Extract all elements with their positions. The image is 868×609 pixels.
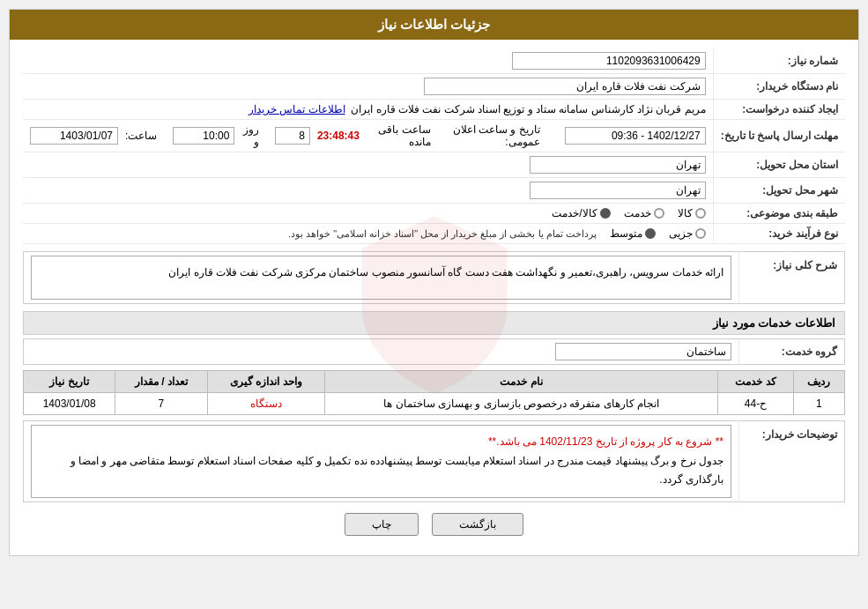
creator-row: ایجاد کننده درخواست: مریم قربان نژاد کار… [23,100,845,120]
cell-unit: دستگاه [207,393,325,415]
cell-row-num: 1 [793,393,844,415]
date-field: 1403/01/07 [30,127,118,145]
note-line2: جدول نرخ و برگ پیشنهاد قیمت مندرج در اسن… [39,452,723,490]
creator-contact-link[interactable]: اطلاعات تماس خریدار [249,103,345,115]
radio-jozi-label: جزیی [669,227,693,240]
radio-khedmat-circle[interactable] [654,208,664,219]
services-table-header: ردیف کد خدمت نام خدمت واحد اندازه گیری ت… [24,371,845,393]
service-group-row: گروه خدمت: ساختمان [24,339,845,365]
service-group-label: گروه خدمت: [739,339,845,365]
radio-kala-khedmat: کالا/خدمت [552,207,610,219]
buyer-org-row: نام دستگاه خریدار: شرکت نفت فلات قاره ای… [23,74,845,100]
category-radio-group: کالا خدمت کالا/خدمت [30,207,706,219]
buyer-notes-text: ** شروع به کار پروژه از تاریخ 1402/11/23… [31,425,731,498]
note-line1: ** شروع به کار پروژه از تاریخ 1402/11/23… [39,433,723,452]
province-field: تهران [530,156,706,174]
description-value: ارائه خدمات سرویس، راهبری،تعمیر و نگهداش… [24,252,739,304]
process-radio-group: جزیی متوسط پرداخت تمام یا بخشی از مبلغ خ… [30,227,706,240]
button-row: بازگشت چاپ [23,513,845,536]
radio-jozi: جزیی [669,227,706,240]
services-table: ردیف کد خدمت نام خدمت واحد اندازه گیری ت… [23,370,845,415]
cell-service-code: ح-44 [718,393,794,415]
buyer-notes-value: ** شروع به کار پروژه از تاریخ 1402/11/23… [24,421,739,502]
radio-kala-label: کالا [678,207,693,219]
province-label: استان محل تحویل: [713,152,845,178]
request-number-row: شماره نیاز: 1102093631006429 [23,48,845,74]
process-row: نوع فرآیند خرید: جزیی متوسط پرداخت تمام … [23,224,845,244]
deadline-row: مهلت ارسال پاسخ تا تاریخ: 1403/01/07 ساع… [23,120,845,152]
radio-jozi-circle[interactable] [695,228,706,239]
description-section: شرح کلی نیاز: ارائه خدمات سرویس، راهبری،… [23,251,845,304]
content-area: شماره نیاز: 1102093631006429 نام دستگاه … [10,40,858,555]
buyer-notes-section: توضیحات خریدار: ** شروع به کار پروژه از … [23,420,845,502]
remaining-time-value: 23:48:43 [317,130,360,142]
category-row: طبقه بندی موضوعی: کالا خدمت [23,204,845,224]
radio-khedmat-label: خدمت [624,207,651,219]
request-number-field: 1102093631006429 [512,52,706,70]
cell-date: 1403/01/08 [24,393,115,415]
description-main-text: ارائه خدمات سرویس، راهبری،تعمیر و نگهداش… [168,266,723,279]
back-button[interactable]: بازگشت [432,513,523,536]
page-title: جزئیات اطلاعات نیاز [378,17,490,32]
services-section-header: اطلاعات خدمات مورد نیاز [23,311,845,335]
col-row-num: ردیف [793,371,844,393]
request-number-label: شماره نیاز: [713,48,845,74]
city-label: شهر محل تحویل: [713,178,845,204]
radio-kala-khedmat-label: کالا/خدمت [552,207,597,219]
table-row: 1 ح-44 انجام کارهای متفرقه درخصوص بازساز… [24,393,845,415]
buyer-org-field: شرکت نفت فلات قاره ایران [424,78,706,95]
radio-motavasset-label: متوسط [610,227,642,240]
time-field: 10:00 [173,127,234,145]
description-row: شرح کلی نیاز: ارائه خدمات سرویس، راهبری،… [24,252,845,304]
category-value: کالا خدمت کالا/خدمت [23,204,713,224]
announce-label: تاریخ و ساعت اعلان عمومی: [450,123,539,148]
service-group-value: ساختمان [24,339,739,365]
request-number-value: 1102093631006429 [23,48,713,74]
process-note: پرداخت تمام یا بخشی از مبلغ خریدار از مح… [288,228,597,240]
col-service-code: کد خدمت [718,371,794,393]
announce-field: 1402/12/27 - 09:36 [565,127,706,145]
province-row: استان محل تحویل: تهران [23,152,845,178]
time-label: ساعت: [125,130,157,142]
services-table-body: 1 ح-44 انجام کارهای متفرقه درخصوص بازساز… [24,393,845,415]
remaining-label: ساعت باقی مانده [375,123,431,148]
col-date: تاریخ نیاز [24,371,115,393]
radio-kala-khedmat-circle[interactable] [600,208,611,219]
buyer-org-value: شرکت نفت فلات قاره ایران [23,74,713,100]
creator-label: ایجاد کننده درخواست: [713,100,845,120]
cell-service-name: انجام کارهای متفرقه درخصوص بازسازی و بهس… [325,393,718,415]
col-service-name: نام خدمت [325,371,718,393]
info-table: شماره نیاز: 1102093631006429 نام دستگاه … [23,48,845,244]
deadline-label: مهلت ارسال پاسخ تا تاریخ: [713,120,845,152]
city-field: تهران [530,182,706,199]
radio-kala: کالا [678,207,706,219]
province-value: تهران [23,152,713,178]
cell-quantity: 7 [115,393,207,415]
buyer-notes-label: توضیحات خریدار: [739,421,845,502]
creator-value: مریم قربان نژاد کارشناس سامانه ستاد و تو… [23,100,713,120]
city-row: شهر محل تحویل: تهران [23,178,845,204]
day-field: 8 [275,127,310,145]
day-label: روز و [241,123,259,148]
city-value: تهران [23,178,713,204]
buyer-notes-row: توضیحات خریدار: ** شروع به کار پروژه از … [24,421,845,502]
description-label: شرح کلی نیاز: [739,252,845,304]
process-value: جزیی متوسط پرداخت تمام یا بخشی از مبلغ خ… [23,224,713,244]
page-container: جزئیات اطلاعات نیاز شماره نیاز: 11020936… [9,9,859,556]
category-label: طبقه بندی موضوعی: [713,204,845,224]
service-group-section: گروه خدمت: ساختمان [23,338,845,365]
col-unit: واحد اندازه گیری [207,371,325,393]
buyer-org-label: نام دستگاه خریدار: [713,74,845,100]
page-header: جزئیات اطلاعات نیاز [10,10,858,40]
radio-motavasset-circle[interactable] [645,228,656,239]
service-group-field: ساختمان [555,343,731,360]
radio-motavasset: متوسط [610,227,656,240]
col-quantity: تعداد / مقدار [115,371,207,393]
deadline-value: 1403/01/07 ساعت: 10:00 روز و 8 23:48:43 … [23,120,713,152]
creator-text: مریم قربان نژاد کارشناس سامانه ستاد و تو… [351,103,705,115]
process-label: نوع فرآیند خرید: [713,224,845,244]
radio-khedmat: خدمت [624,207,664,219]
print-button[interactable]: چاپ [345,513,419,536]
radio-kala-circle[interactable] [695,208,706,219]
description-text: ارائه خدمات سرویس، راهبری،تعمیر و نگهداش… [31,256,731,300]
